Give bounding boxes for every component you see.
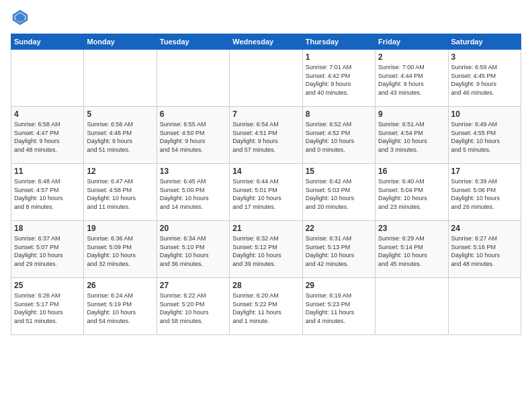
day-info: Daylight: 10 hours	[306, 194, 372, 203]
day-cell: 9Sunrise: 6:51 AMSunset: 4:54 PMDaylight…	[375, 107, 448, 164]
logo	[11, 8, 31, 27]
day-cell: 28Sunrise: 6:20 AMSunset: 5:22 PMDayligh…	[230, 278, 302, 335]
day-number: 20	[160, 224, 226, 233]
day-cell: 24Sunrise: 6:27 AMSunset: 5:16 PMDayligh…	[448, 221, 521, 278]
day-info: and 58 minutes.	[160, 317, 226, 326]
day-info: Sunset: 5:12 PM	[232, 243, 299, 252]
day-info: Sunset: 4:57 PM	[14, 186, 81, 195]
day-cell	[375, 278, 448, 335]
day-header-tuesday: Tuesday	[157, 34, 229, 50]
page: SundayMondayTuesdayWednesdayThursdayFrid…	[0, 0, 532, 343]
day-cell	[448, 278, 521, 335]
day-info: Daylight: 9 hours	[306, 80, 372, 89]
day-number: 6	[160, 109, 226, 119]
day-cell: 8Sunrise: 6:52 AMSunset: 4:52 PMDaylight…	[302, 107, 375, 164]
day-cell: 6Sunrise: 6:55 AMSunset: 4:50 PMDaylight…	[157, 107, 229, 164]
day-info: Sunrise: 6:40 AM	[378, 177, 445, 186]
day-info: and 14 minutes.	[160, 203, 226, 212]
day-number: 5	[87, 109, 153, 119]
day-cell: 25Sunrise: 6:26 AMSunset: 5:17 PMDayligh…	[11, 278, 84, 335]
day-info: Sunrise: 6:36 AM	[87, 234, 153, 243]
day-info: Sunset: 5:19 PM	[87, 300, 153, 309]
calendar-table: SundayMondayTuesdayWednesdayThursdayFrid…	[11, 34, 521, 335]
day-number: 12	[87, 167, 153, 176]
day-cell: 7Sunrise: 6:54 AMSunset: 4:51 PMDaylight…	[230, 107, 302, 164]
day-info: Sunset: 5:13 PM	[306, 243, 372, 252]
day-info: and 45 minutes.	[378, 260, 445, 269]
day-info: Sunset: 4:42 PM	[306, 72, 372, 81]
day-number: 15	[306, 167, 372, 176]
day-info: Daylight: 9 hours	[378, 80, 445, 89]
day-info: Sunset: 5:00 PM	[160, 186, 226, 195]
day-info: Sunset: 4:55 PM	[451, 129, 518, 138]
day-cell: 11Sunrise: 6:48 AMSunset: 4:57 PMDayligh…	[11, 164, 84, 221]
day-cell	[84, 50, 157, 107]
day-info: Sunset: 5:07 PM	[14, 243, 81, 252]
day-info: and 1 minute.	[232, 317, 299, 326]
header-row: SundayMondayTuesdayWednesdayThursdayFrid…	[11, 34, 521, 50]
week-row-4: 25Sunrise: 6:26 AMSunset: 5:17 PMDayligh…	[11, 278, 521, 335]
day-info: Daylight: 10 hours	[14, 194, 81, 203]
day-info: Sunset: 4:51 PM	[232, 129, 299, 138]
day-info: Daylight: 10 hours	[232, 251, 299, 260]
day-info: and 51 minutes.	[87, 146, 153, 154]
day-cell	[157, 50, 229, 107]
day-info: and 23 minutes.	[378, 203, 445, 212]
day-info: Sunrise: 6:45 AM	[160, 177, 226, 186]
day-info: Daylight: 10 hours	[451, 137, 518, 146]
day-info: Sunrise: 6:59 AM	[451, 63, 518, 72]
day-header-thursday: Thursday	[302, 34, 375, 50]
day-info: Daylight: 10 hours	[378, 251, 445, 260]
day-info: Sunrise: 6:44 AM	[232, 177, 299, 186]
day-info: and 40 minutes.	[306, 89, 372, 97]
week-row-0: 1Sunrise: 7:01 AMSunset: 4:42 PMDaylight…	[11, 50, 521, 107]
day-cell: 2Sunrise: 7:00 AMSunset: 4:44 PMDaylight…	[375, 50, 448, 107]
day-header-friday: Friday	[375, 34, 448, 50]
day-info: Sunrise: 6:52 AM	[306, 120, 372, 129]
day-cell: 3Sunrise: 6:59 AMSunset: 4:45 PMDaylight…	[448, 50, 521, 107]
day-info: and 43 minutes.	[378, 89, 445, 97]
day-info: Daylight: 9 hours	[87, 137, 153, 146]
day-info: Daylight: 10 hours	[87, 194, 153, 203]
day-info: Sunrise: 6:58 AM	[14, 120, 81, 129]
day-info: Daylight: 10 hours	[87, 251, 153, 260]
day-info: Daylight: 10 hours	[306, 251, 372, 260]
day-number: 16	[378, 167, 445, 176]
day-number: 25	[14, 281, 81, 290]
day-number: 23	[378, 224, 445, 233]
day-info: and 29 minutes.	[14, 260, 81, 269]
day-info: Sunrise: 6:56 AM	[87, 120, 153, 129]
logo-icon	[11, 8, 30, 27]
day-info: Daylight: 10 hours	[160, 308, 226, 317]
day-info: Sunset: 5:16 PM	[451, 243, 518, 252]
day-info: Sunrise: 7:00 AM	[378, 63, 445, 72]
day-info: Sunset: 4:48 PM	[87, 129, 153, 138]
day-info: Sunrise: 6:49 AM	[451, 120, 518, 129]
day-info: Daylight: 10 hours	[14, 308, 81, 317]
day-info: Daylight: 10 hours	[306, 137, 372, 146]
day-info: and 39 minutes.	[232, 260, 299, 269]
day-info: Sunrise: 6:26 AM	[14, 291, 81, 300]
day-number: 3	[451, 52, 518, 62]
day-cell	[11, 50, 84, 107]
day-info: Sunset: 5:03 PM	[306, 186, 372, 195]
day-info: Sunset: 4:52 PM	[306, 129, 372, 138]
day-number: 8	[306, 109, 372, 119]
day-info: Sunrise: 6:22 AM	[160, 291, 226, 300]
day-info: and 54 minutes.	[87, 317, 153, 326]
day-info: Daylight: 10 hours	[87, 308, 153, 317]
day-cell: 14Sunrise: 6:44 AMSunset: 5:01 PMDayligh…	[230, 164, 302, 221]
day-info: Sunset: 5:06 PM	[451, 186, 518, 195]
day-number: 27	[160, 281, 226, 290]
day-number: 14	[232, 167, 299, 176]
day-header-saturday: Saturday	[448, 34, 521, 50]
day-info: Sunrise: 6:32 AM	[232, 234, 299, 243]
day-info: Sunset: 5:17 PM	[14, 300, 81, 309]
day-info: Sunset: 4:47 PM	[14, 129, 81, 138]
day-info: and 17 minutes.	[232, 203, 299, 212]
day-info: and 42 minutes.	[306, 260, 372, 269]
day-info: Daylight: 9 hours	[14, 137, 81, 146]
day-info: Daylight: 9 hours	[451, 80, 518, 89]
day-number: 21	[232, 224, 299, 233]
day-info: Daylight: 10 hours	[378, 137, 445, 146]
